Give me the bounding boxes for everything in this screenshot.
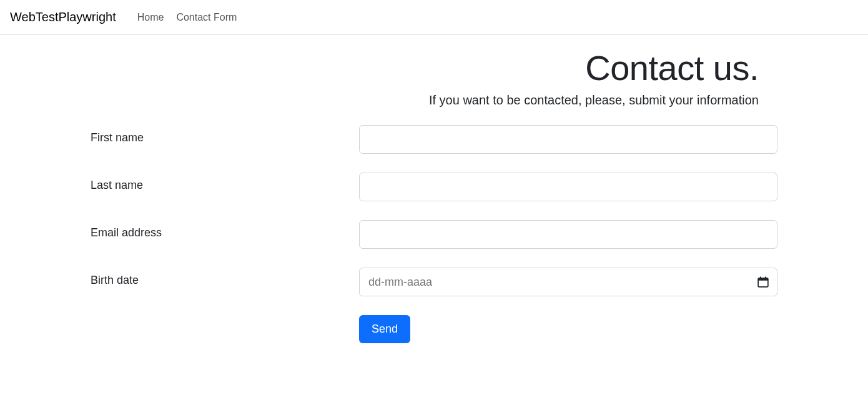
last-name-label: Last name [91,173,359,192]
heading-block: Contact us. If you want to be contacted,… [91,48,777,108]
first-name-label: First name [91,125,359,144]
form-row-last-name: Last name [91,173,777,201]
main-container: Contact us. If you want to be contacted,… [91,35,777,356]
birth-date-input[interactable] [359,268,777,296]
navbar-brand[interactable]: WebTestPlaywright [10,8,116,27]
send-button[interactable]: Send [359,315,410,343]
form-row-first-name: First name [91,125,777,154]
nav-link-home[interactable]: Home [131,7,170,28]
email-input[interactable] [359,220,777,249]
last-name-input[interactable] [359,173,777,201]
submit-row: Send [91,315,777,343]
email-label: Email address [91,220,359,239]
nav-link-contact-form[interactable]: Contact Form [170,7,243,28]
page-title: Contact us. [91,48,759,88]
form-row-birth-date: Birth date [91,268,777,296]
form-row-email: Email address [91,220,777,249]
navbar: WebTestPlaywright Home Contact Form [0,0,868,35]
first-name-input[interactable] [359,125,777,154]
birth-date-label: Birth date [91,268,359,287]
page-subtitle: If you want to be contacted, please, sub… [91,93,759,108]
birth-date-wrapper[interactable] [359,268,777,296]
